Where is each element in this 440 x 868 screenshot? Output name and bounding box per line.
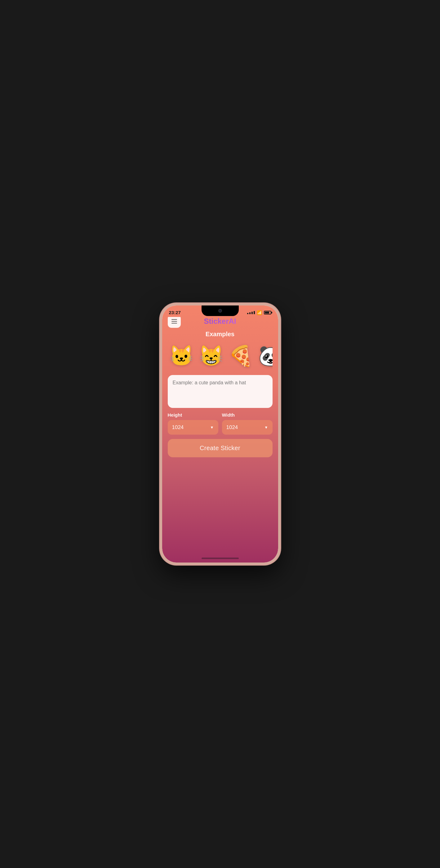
home-bar: [202, 558, 239, 559]
sticker-cat1-emoji: 🐱: [169, 346, 194, 366]
status-time: 23:27: [169, 310, 181, 315]
header: StickerAI: [168, 317, 273, 326]
sticker-panda-emoji: 🐼: [258, 346, 273, 366]
stickers-row: 🐱 😸 🍕 🐼: [168, 342, 273, 369]
wifi-icon: 📶: [257, 310, 262, 315]
height-select[interactable]: 512 768 1024 2048: [168, 420, 218, 435]
app-content: StickerAI Examples 🐱 😸 🍕: [162, 317, 278, 554]
menu-line-1: [171, 319, 177, 320]
menu-line-3: [171, 323, 177, 323]
width-label: Width: [222, 412, 273, 417]
screen: 23:27 📶: [162, 306, 278, 562]
dimensions-row: Height 512 768 1024 2048 ▼ Width: [168, 412, 273, 435]
height-select-wrapper: 512 768 1024 2048 ▼: [168, 420, 218, 435]
status-icons: 📶: [247, 310, 271, 315]
sticker-cat1[interactable]: 🐱: [168, 342, 195, 369]
width-select-wrapper: 512 768 1024 2048 ▼: [222, 420, 273, 435]
sticker-cat2-emoji: 😸: [199, 346, 224, 366]
menu-line-2: [171, 321, 177, 321]
prompt-input[interactable]: [173, 380, 268, 402]
menu-button[interactable]: [168, 317, 181, 328]
home-indicator: [162, 554, 278, 562]
create-sticker-button[interactable]: Create Sticker: [168, 439, 273, 457]
examples-label: Examples: [168, 331, 273, 338]
width-group: Width 512 768 1024 2048 ▼: [222, 412, 273, 435]
app-title: StickerAI: [204, 317, 236, 326]
phone-shell: 23:27 📶: [160, 303, 281, 565]
width-select[interactable]: 512 768 1024 2048: [222, 420, 273, 435]
text-input-area[interactable]: [168, 375, 273, 408]
camera-dot: [218, 309, 222, 313]
height-label: Height: [168, 412, 218, 417]
sticker-pizza-emoji: 🍕: [229, 346, 253, 366]
signal-icon: [247, 311, 255, 314]
examples-section: Examples 🐱 😸 🍕 🐼: [168, 331, 273, 375]
notch: [202, 306, 239, 316]
sticker-pizza[interactable]: 🍕: [227, 342, 255, 369]
sticker-panda[interactable]: 🐼: [257, 342, 273, 369]
height-group: Height 512 768 1024 2048 ▼: [168, 412, 218, 435]
battery-icon: [264, 311, 271, 314]
sticker-cat2[interactable]: 😸: [198, 342, 225, 369]
battery-fill: [265, 312, 269, 314]
